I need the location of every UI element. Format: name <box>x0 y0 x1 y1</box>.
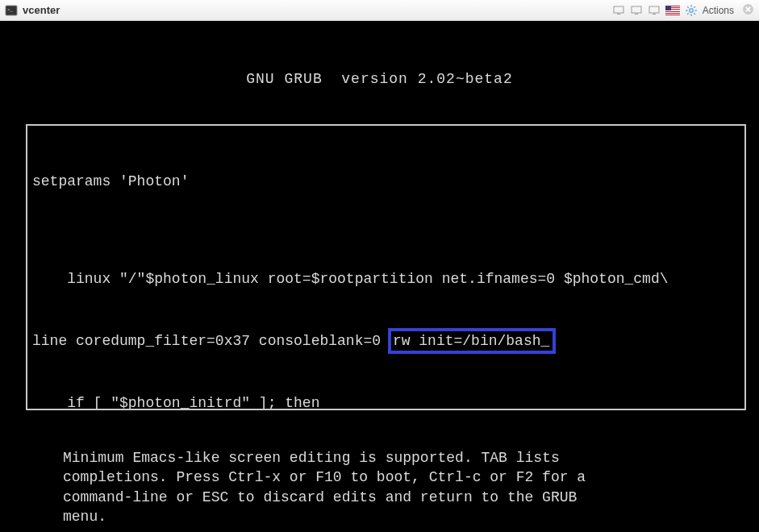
monitor-icon[interactable] <box>630 5 643 16</box>
vmware-console-viewport[interactable]: GNU GRUB version 2.02~beta2 setparams 'P… <box>0 21 759 532</box>
gear-icon[interactable] <box>685 5 698 16</box>
editor-line: linux "/"$photon_linux root=$rootpartiti… <box>32 269 740 289</box>
svg-rect-5 <box>635 14 638 15</box>
grub-editor-box[interactable]: setparams 'Photon' linux "/"$photon_linu… <box>26 124 746 410</box>
svg-line-16 <box>694 6 695 8</box>
actions-menu-label[interactable]: Actions <box>703 5 734 16</box>
titlebar-right-controls: Actions <box>612 3 754 18</box>
svg-point-8 <box>689 8 692 11</box>
svg-rect-3 <box>617 14 620 15</box>
grub-version-title: GNU GRUB version 2.02~beta2 <box>0 21 759 89</box>
monitor-icon[interactable] <box>648 5 661 16</box>
editor-line: setparams 'Photon' <box>32 172 740 191</box>
window-titlebar: >_ vcenter Actions <box>0 0 759 21</box>
highlighted-text: rw init=/bin/bash_ <box>393 333 549 349</box>
monitor-icon[interactable] <box>612 5 625 16</box>
us-flag-icon[interactable] <box>665 6 680 15</box>
editor-text: line coredump_filter=0x37 consoleblank=0 <box>32 333 390 349</box>
window-title: vcenter <box>23 4 60 16</box>
svg-rect-4 <box>632 6 641 13</box>
grub-help-text: Minimum Emacs-like screen editing is sup… <box>63 448 711 526</box>
svg-rect-2 <box>614 6 623 13</box>
callout-highlight-box: rw init=/bin/bash_ <box>388 328 556 354</box>
close-icon[interactable] <box>742 3 754 18</box>
editor-line: if [ "$photon_initrd" ]; then <box>32 393 740 410</box>
svg-text:>_: >_ <box>7 7 14 12</box>
svg-rect-6 <box>649 6 659 13</box>
svg-line-13 <box>687 6 689 8</box>
svg-line-15 <box>687 13 689 15</box>
svg-rect-7 <box>653 14 656 15</box>
editor-line: line coredump_filter=0x37 consoleblank=0… <box>32 328 740 354</box>
console-icon: >_ <box>5 4 18 17</box>
svg-line-14 <box>694 13 695 15</box>
